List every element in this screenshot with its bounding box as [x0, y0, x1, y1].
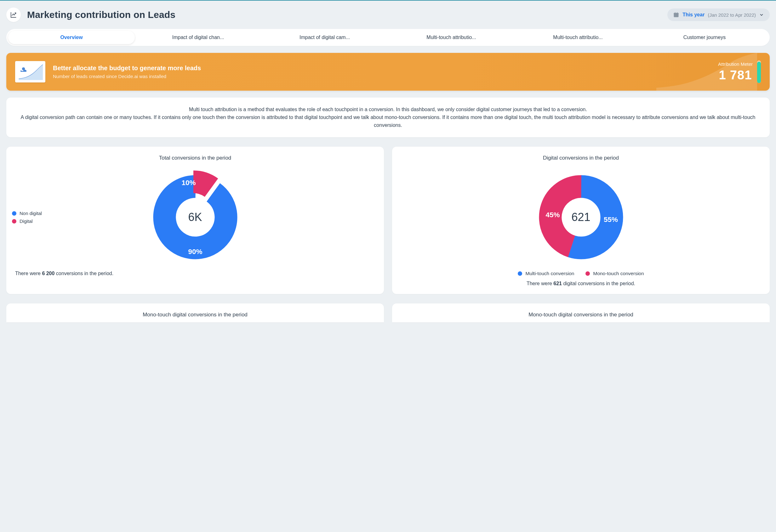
svg-text:90%: 90% — [188, 248, 202, 256]
legend-item-non-digital[interactable]: Non digital — [12, 211, 42, 216]
svg-rect-3 — [677, 12, 678, 14]
attribution-meter-gauge — [757, 60, 761, 83]
card-mono-left-title: Mono-touch digital conversions in the pe… — [15, 312, 375, 318]
tab-mta-2[interactable]: Multi-touch attributio... — [515, 31, 641, 44]
svg-rect-1 — [674, 13, 679, 14]
svg-text:10%: 10% — [181, 179, 196, 187]
legend-item-multi-touch[interactable]: Multi-touch conversion — [518, 271, 574, 276]
card-mono-touch-left: Mono-touch digital conversions in the pe… — [6, 303, 384, 322]
tab-overview[interactable]: Overview — [8, 31, 135, 44]
page-header: Marketing contribution on Leads This yea… — [6, 6, 770, 27]
banner-subtitle: Number of leads created since Decide.ai … — [53, 74, 201, 79]
chart-line-icon — [6, 8, 21, 22]
legend-digital: Multi-touch conversion Mono-touch conver… — [401, 271, 761, 276]
page-title: Marketing contribution on Leads — [27, 9, 175, 20]
chevron-down-icon — [759, 12, 764, 17]
card-total-title: Total conversions in the period — [15, 155, 375, 161]
legend-total: Non digital Digital — [12, 211, 42, 224]
svg-text:45%: 45% — [546, 211, 560, 219]
date-range-label: This year — [683, 12, 705, 18]
attribution-meter-label: Attribution Meter — [718, 61, 753, 67]
banner-title: Better allocate the budget to generate m… — [53, 64, 201, 72]
card-total-footer: There were 6 200 conversions in the peri… — [15, 271, 375, 276]
attribution-meter-value: 1 781 — [718, 68, 753, 82]
tabs-bar: Overview Impact of digital chan... Impac… — [6, 29, 770, 46]
card-mono-right-title: Mono-touch digital conversions in the pe… — [401, 312, 761, 318]
svg-text:55%: 55% — [603, 216, 618, 224]
intro-line-1: Multi touch attribution is a method that… — [19, 106, 757, 113]
tab-impact-channels[interactable]: Impact of digital chan... — [135, 31, 261, 44]
card-digital-title: Digital conversions in the period — [401, 155, 761, 161]
donut-center-total: 6K — [188, 211, 202, 224]
donut-center-digital: 621 — [571, 211, 590, 224]
attribution-banner: Better allocate the budget to generate m… — [6, 53, 770, 91]
card-total-conversions: Total conversions in the period Non digi… — [6, 147, 384, 294]
card-digital-conversions: Digital conversions in the period 55% 45… — [392, 147, 770, 294]
banner-thumbnail — [15, 61, 45, 82]
date-range-value: (Jan 2022 to Apr 2022) — [708, 12, 756, 18]
card-digital-footer: There were 621 digital conversions in th… — [401, 281, 761, 286]
tab-customer-journeys[interactable]: Customer journeys — [641, 31, 768, 44]
legend-item-mono-touch[interactable]: Mono-touch conversion — [585, 271, 644, 276]
intro-panel: Multi touch attribution is a method that… — [6, 97, 770, 137]
calendar-icon — [673, 12, 679, 18]
date-range-picker[interactable]: This year (Jan 2022 to Apr 2022) — [667, 8, 770, 21]
tab-mta-1[interactable]: Multi-touch attributio... — [388, 31, 515, 44]
svg-rect-2 — [675, 12, 675, 14]
legend-item-digital[interactable]: Digital — [12, 219, 42, 224]
tab-impact-campaigns[interactable]: Impact of digital cam... — [261, 31, 388, 44]
intro-line-2: A digital conversion path can contain on… — [19, 113, 757, 129]
card-mono-touch-right: Mono-touch digital conversions in the pe… — [392, 303, 770, 322]
